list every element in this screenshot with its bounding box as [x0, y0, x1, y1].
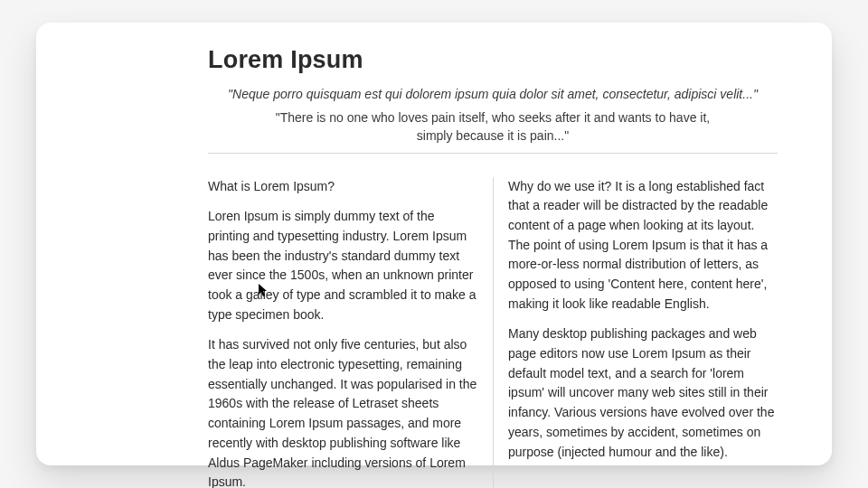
body-paragraph: What is Lorem Ipsum?: [208, 177, 477, 197]
body-columns: What is Lorem Ipsum? Loren Ipsum is simp…: [208, 177, 778, 488]
english-quote: "There is no one who loves pain itself, …: [258, 108, 728, 145]
body-paragraph: Many desktop publishing packages and web…: [508, 324, 778, 462]
latin-quote: "Neque porro quisquam est qui dolorem ip…: [208, 87, 778, 101]
page-title: Lorem Ipsum: [208, 46, 778, 74]
body-paragraph: It has survived not only five centuries,…: [208, 335, 477, 488]
document-card: Lorem Ipsum "Neque porro quisquam est qu…: [36, 23, 832, 465]
body-paragraph: Loren Ipsum is simply dummy text of the …: [208, 207, 477, 324]
viewport: Lorem Ipsum "Neque porro quisquam est qu…: [0, 0, 868, 488]
divider: [208, 153, 778, 154]
body-paragraph: Why do we use it? It is a long establish…: [508, 177, 778, 314]
